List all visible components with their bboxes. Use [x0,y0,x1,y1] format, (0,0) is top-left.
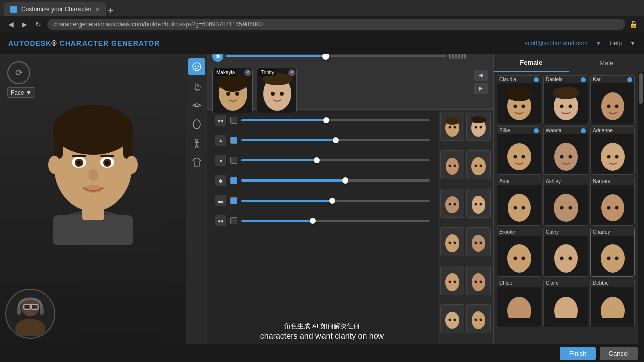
preview-thumb-1[interactable] [466,112,491,141]
char-card-debbie[interactable]: Debbie [590,279,635,327]
silke-face [497,134,541,174]
nav-reload-btn[interactable]: ↻ [33,19,43,29]
preview-thumb-0[interactable] [440,112,464,141]
char-card-silke[interactable]: Silke [497,126,541,175]
preview-thumb-10[interactable] [440,304,464,333]
security-icon: 🔒 [629,20,638,28]
main-layout: ⟳ Face ▼ [0,54,644,344]
slider-row-5: ●● [215,215,430,226]
tool-head-btn[interactable] [188,116,205,133]
slider-track-3[interactable] [242,179,430,182]
preview-thumb-9[interactable] [466,266,491,295]
preview-thumb-7[interactable] [466,227,491,256]
svg-point-14 [105,161,109,165]
wanda-face [544,134,588,174]
svg-point-64 [449,203,451,206]
compare-char-trinity[interactable]: Trinity ✕ [257,68,297,113]
char-card-chloe[interactable]: Chloe [497,279,541,327]
char-card-claire[interactable]: Claire [543,279,588,327]
pin-wanda [581,128,586,133]
cancel-button[interactable]: Cancel [600,347,638,360]
slider-row-3: ◆ [215,175,430,186]
slider-track-2[interactable] [242,159,430,161]
preview-thumb-8[interactable] [440,266,464,295]
svg-point-58 [449,164,451,167]
char-card-brooke[interactable]: Brooke [497,228,541,277]
svg-point-79 [474,280,477,283]
slider-check-1[interactable] [230,137,237,144]
char-card-wanda[interactable]: Wanda [543,126,588,175]
svg-point-47 [271,92,275,96]
face-dropdown[interactable]: Face ▼ [7,87,35,98]
svg-point-22 [25,304,29,308]
preview-thumb-11[interactable] [466,304,491,333]
trinity-close-btn[interactable]: ✕ [288,69,295,76]
slider-check-3[interactable] [230,177,237,184]
nav-forward-btn[interactable]: ▶ [20,19,29,29]
makayla-close-btn[interactable]: ✕ [244,69,251,76]
tool-hand-btn[interactable] [188,77,205,95]
tab-female[interactable]: Female [494,54,569,72]
preview-thumb-4[interactable] [440,189,464,218]
scroll-thumb[interactable] [639,73,643,104]
slider-row-1: ▲ [215,135,430,146]
svg-point-68 [479,203,482,206]
tool-body-btn[interactable] [188,135,205,152]
char-card-charley[interactable]: Charley [590,228,635,277]
preview-thumb-6[interactable] [440,227,464,256]
slider-check-2[interactable] [230,157,237,164]
slider-icon-4: ▬ [215,195,226,206]
finish-button[interactable]: Finish [560,347,596,360]
slider-track-0[interactable] [242,119,430,121]
svg-point-100 [521,155,525,159]
user-email: scott@scottonstott.com [525,40,588,47]
rotate-control[interactable]: ⟳ [7,61,30,84]
preview-thumb-2[interactable] [440,150,464,179]
char-list-scrollbar[interactable] [638,72,644,344]
svg-point-94 [568,105,572,108]
preview-thumb-5[interactable] [466,189,491,218]
char-card-ashley[interactable]: Ashley [543,177,588,226]
svg-point-105 [607,155,610,159]
char-card-adrienne[interactable]: Adrienne [590,126,635,175]
slider-track-5[interactable] [242,220,430,222]
address-input[interactable] [47,19,625,30]
char-card-daniela[interactable]: Daniela [543,75,588,124]
help-btn[interactable]: Help [609,40,622,47]
charley-face [591,236,634,276]
tool-eye-btn[interactable] [188,97,205,114]
slider-check-0[interactable] [230,117,237,124]
ashley-face [544,185,588,225]
compare-prev-btn[interactable]: ◀ [474,70,488,81]
slider-check-4[interactable] [230,197,237,204]
svg-line-38 [197,145,198,148]
slider-track-1[interactable] [242,139,430,141]
tool-face-btn[interactable] [188,58,205,75]
new-tab-icon[interactable]: + [108,6,113,16]
char-card-barbara[interactable]: Barbara [590,177,635,226]
svg-point-106 [615,155,618,159]
active-tab[interactable]: Customize your Character ✕ [4,2,106,16]
slider-track-4[interactable] [242,200,430,202]
char-card-claudia[interactable]: Claudia [497,75,541,124]
char-card-cathy[interactable]: Cathy [543,228,588,277]
char-card-kari[interactable]: Kari [590,75,635,124]
char-card-amy[interactable]: Amy [497,177,541,226]
slider-check-5[interactable] [230,217,237,224]
tab-close-icon[interactable]: ✕ [95,6,100,13]
main-slider-thumb[interactable] [322,54,329,60]
tab-male[interactable]: Male [569,54,645,72]
svg-point-75 [445,273,459,291]
nav-back-btn[interactable]: ◀ [6,19,16,29]
compare-char-makayla[interactable]: Makayla ✕ [212,68,253,113]
svg-point-41 [218,73,248,92]
char-list-panel: Female Male Claudia Daniela [493,54,644,344]
svg-point-111 [560,206,564,210]
svg-point-61 [474,164,477,167]
trinity-label: Trinity [259,69,276,76]
svg-point-95 [601,92,624,120]
preview-thumb-3[interactable] [466,150,491,179]
svg-rect-27 [17,308,21,315]
tool-clothes-btn[interactable] [188,154,205,171]
compare-next-btn[interactable]: ▶ [474,83,488,94]
